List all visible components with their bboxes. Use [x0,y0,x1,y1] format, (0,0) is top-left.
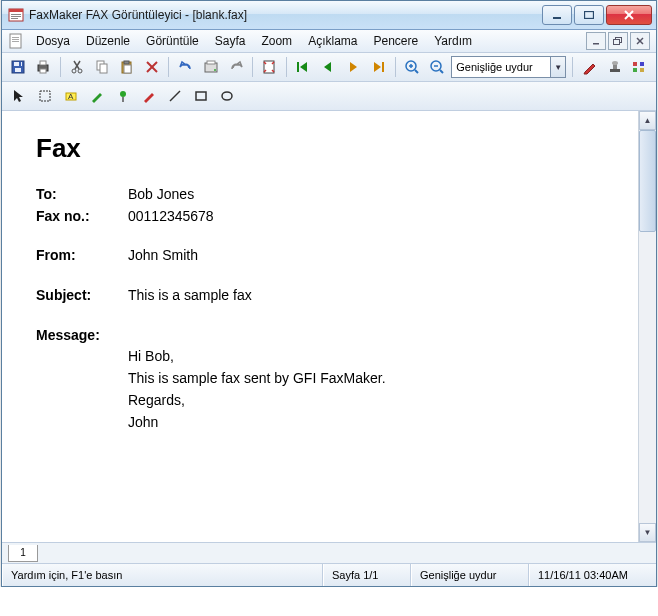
to-label: To: [36,184,128,206]
options-button[interactable] [628,55,651,79]
svg-marker-41 [300,62,307,72]
line-tool-button[interactable] [163,84,187,108]
menu-zoom[interactable]: Zoom [253,32,300,50]
minimize-button[interactable] [542,5,572,25]
svg-rect-11 [12,39,19,40]
print-button[interactable] [32,55,55,79]
freehand-green-tool-button[interactable] [85,84,109,108]
status-page: Sayfa 1/1 [323,564,411,586]
message-body: Hi Bob, This is sample fax sent by GFI F… [128,346,604,433]
svg-rect-15 [614,40,620,45]
save-button[interactable] [7,55,30,79]
svg-rect-12 [12,41,19,42]
svg-rect-45 [382,62,384,72]
svg-rect-5 [553,17,561,19]
svg-point-38 [214,69,216,71]
svg-rect-58 [633,68,637,72]
message-line: Regards, [128,390,604,412]
svg-point-68 [222,92,232,100]
status-help: Yardım için, F1'e basın [2,564,323,586]
menu-annotation[interactable]: Açıklama [300,32,365,50]
mdi-restore-button[interactable] [608,32,628,50]
svg-rect-20 [15,68,21,72]
annotate-pen-button[interactable] [578,55,601,79]
toolbar-main: ▼ [2,53,656,82]
doc-heading: Fax [36,133,604,164]
document-viewport: Fax To: Bob Jones Fax no.: 00112345678 F… [2,111,656,542]
mdi-close-button[interactable] [630,32,650,50]
page-tab-1[interactable]: 1 [8,545,38,562]
svg-point-64 [120,91,126,97]
menu-help[interactable]: Yardım [426,32,480,50]
undo-button[interactable] [174,55,197,79]
svg-point-28 [78,69,82,73]
faxno-value: 00112345678 [128,206,214,228]
menu-window[interactable]: Pencere [365,32,426,50]
zoom-combo-input[interactable] [452,61,550,73]
svg-rect-59 [640,68,644,72]
copy-button[interactable] [91,55,114,79]
svg-rect-57 [640,62,644,66]
maximize-button[interactable] [574,5,604,25]
menu-file[interactable]: Dosya [28,32,78,50]
zoom-combo[interactable]: ▼ [451,56,566,78]
prev-page-button[interactable] [317,55,340,79]
close-button[interactable] [606,5,652,25]
window-buttons [540,5,652,25]
paste-button[interactable] [116,55,139,79]
vertical-scrollbar[interactable]: ▲ ▼ [638,111,656,542]
annotate-stamp-button[interactable] [603,55,626,79]
mdi-minimize-button[interactable] [586,32,606,50]
scan-button[interactable] [199,55,222,79]
svg-rect-6 [585,12,594,19]
pointer-tool-button[interactable] [7,84,31,108]
svg-rect-37 [207,61,215,64]
delete-button[interactable] [140,55,163,79]
rect-tool-button[interactable] [189,84,213,108]
highlight-tool-button[interactable]: A [59,84,83,108]
svg-point-55 [612,61,618,65]
faxno-label: Fax no.: [36,206,128,228]
svg-rect-30 [100,64,107,73]
zoom-out-button[interactable] [425,55,448,79]
menu-edit[interactable]: Düzenle [78,32,138,50]
toolbar-annotation: A [2,82,656,111]
scroll-up-button[interactable]: ▲ [639,111,656,130]
document-page[interactable]: Fax To: Bob Jones Fax no.: 00112345678 F… [2,111,638,542]
titlebar[interactable]: FaxMaker FAX Görüntüleyici - [blank.fax] [2,1,656,30]
ellipse-tool-button[interactable] [215,84,239,108]
svg-rect-32 [124,61,129,64]
scroll-thumb[interactable] [639,130,656,232]
message-line: This is sample fax sent by GFI FaxMaker. [128,368,604,390]
app-window: FaxMaker FAX Görüntüleyici - [blank.fax]… [1,0,657,587]
scroll-track[interactable] [639,130,656,523]
svg-point-27 [72,69,76,73]
subject-value: This is a sample fax [128,285,252,307]
zoom-combo-dropdown[interactable]: ▼ [550,57,565,77]
last-page-button[interactable] [367,55,390,79]
mdi-doc-icon[interactable] [8,33,24,49]
message-line: Hi Bob, [128,346,604,368]
svg-rect-67 [196,92,206,100]
menu-view[interactable]: Görüntüle [138,32,207,50]
menu-page[interactable]: Sayfa [207,32,254,50]
first-page-button[interactable] [292,55,315,79]
svg-rect-13 [593,43,599,45]
scroll-down-button[interactable]: ▼ [639,523,656,542]
select-rect-tool-button[interactable] [33,84,57,108]
freehand-red-tool-button[interactable] [137,84,161,108]
status-datetime: 11/16/11 03:40AM [529,564,656,586]
svg-marker-42 [324,62,331,72]
svg-rect-3 [11,16,21,17]
svg-marker-44 [374,62,381,72]
fit-page-button[interactable] [258,55,281,79]
svg-marker-60 [14,90,23,102]
cut-button[interactable] [66,55,89,79]
statusbar: Yardım için, F1'e basın Sayfa 1/1 Genişl… [2,563,656,586]
pin-tool-button[interactable] [111,84,135,108]
svg-line-47 [415,70,418,73]
zoom-in-button[interactable] [400,55,423,79]
redo-button[interactable] [224,55,247,79]
svg-rect-56 [633,62,637,66]
next-page-button[interactable] [342,55,365,79]
